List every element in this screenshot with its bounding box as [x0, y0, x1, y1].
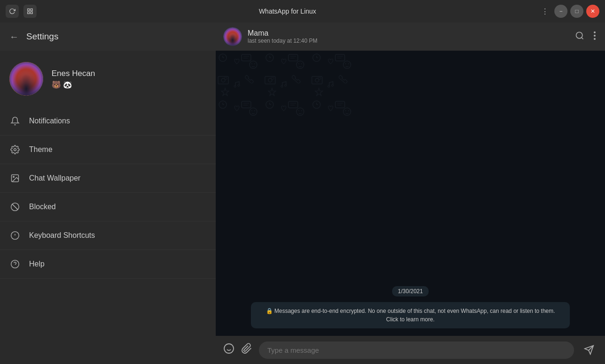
keyboard-shortcuts-label: Keyboard Shortcuts: [29, 231, 95, 240]
avatar: [9, 62, 43, 96]
close-button[interactable]: ✕: [586, 5, 599, 18]
attachment-icon[interactable]: [241, 343, 252, 357]
profile-name: Enes Hecan: [52, 69, 95, 78]
settings-header: ← Settings: [0, 23, 216, 51]
contact-avatar: [223, 27, 242, 46]
contact-name: Mama: [248, 29, 567, 38]
theme-label: Theme: [29, 145, 53, 154]
svg-point-14: [576, 32, 582, 38]
help-icon: [9, 258, 21, 270]
svg-line-8: [12, 204, 18, 210]
svg-point-16: [594, 31, 596, 33]
svg-point-6: [13, 176, 14, 178]
profile-info: Enes Hecan 🐻 🐼: [52, 69, 95, 89]
encryption-notice[interactable]: 🔒 Messages are end-to-end encrypted. No …: [251, 302, 570, 328]
settings-item-help[interactable]: Help: [0, 250, 216, 279]
svg-point-17: [594, 35, 596, 37]
app-title: WhatsApp for Linux: [37, 8, 538, 15]
menu-dots[interactable]: ⋮: [538, 5, 552, 18]
profile-section[interactable]: Enes Hecan 🐻 🐼: [0, 51, 216, 107]
grid-icon[interactable]: [23, 5, 37, 18]
profile-emoji: 🐻 🐼: [52, 80, 95, 89]
settings-item-keyboard-shortcuts[interactable]: Keyboard Shortcuts: [0, 221, 216, 250]
settings-item-chat-wallpaper[interactable]: Chat Wallpaper: [0, 164, 216, 193]
emoji-icon[interactable]: [223, 343, 234, 357]
svg-rect-2: [28, 12, 30, 14]
message-input[interactable]: [259, 341, 574, 359]
svg-point-4: [14, 149, 16, 151]
more-options-icon[interactable]: [592, 29, 597, 45]
settings-item-notifications[interactable]: Notifications: [0, 107, 216, 136]
svg-rect-0: [28, 9, 30, 11]
settings-item-theme[interactable]: Theme: [0, 136, 216, 164]
chat-wallpaper-label: Chat Wallpaper: [29, 174, 81, 182]
contact-info[interactable]: Mama last seen today at 12:40 PM: [248, 29, 567, 44]
svg-rect-1: [30, 9, 32, 11]
help-label: Help: [29, 260, 45, 268]
image-icon: [9, 173, 21, 184]
chat-background: 1/30/2021 🔒 Messages are end-to-end encr…: [216, 51, 605, 336]
maximize-button[interactable]: □: [570, 5, 583, 18]
blocked-label: Blocked: [29, 203, 56, 211]
titlebar: WhatsApp for Linux ⋮ − □ ✕: [0, 0, 605, 23]
send-button[interactable]: [581, 341, 597, 358]
date-badge: 1/30/2021: [392, 286, 428, 296]
svg-point-35: [224, 344, 234, 353]
svg-line-15: [582, 37, 583, 39]
settings-item-blocked[interactable]: Blocked: [0, 193, 216, 221]
settings-title: Settings: [26, 31, 59, 42]
svg-rect-3: [30, 12, 32, 14]
svg-point-18: [594, 38, 596, 40]
refresh-icon[interactable]: [6, 5, 19, 18]
main-layout: ← Settings Enes Hecan 🐻 🐼 No: [0, 23, 605, 364]
settings-menu: Notifications Theme: [0, 107, 216, 279]
search-icon[interactable]: [573, 29, 586, 45]
chat-input-bar: [216, 336, 605, 364]
window-controls: ⋮ − □ ✕: [538, 5, 599, 18]
bell-icon: [9, 115, 21, 127]
contact-status: last seen today at 12:40 PM: [248, 38, 567, 44]
gear-icon: [9, 144, 21, 155]
settings-sidebar: ← Settings Enes Hecan 🐻 🐼 No: [0, 23, 216, 364]
blocked-icon: [9, 201, 21, 212]
back-button[interactable]: ←: [9, 31, 19, 42]
chat-messages: 1/30/2021 🔒 Messages are end-to-end encr…: [216, 51, 605, 336]
chat-header-actions: [573, 29, 597, 45]
minimize-button[interactable]: −: [554, 5, 567, 18]
svg-point-12: [11, 260, 19, 268]
keyboard-icon: [9, 230, 21, 241]
chat-header: Mama last seen today at 12:40 PM: [216, 23, 605, 51]
chat-area: Mama last seen today at 12:40 PM: [216, 23, 605, 364]
notifications-label: Notifications: [29, 117, 70, 125]
